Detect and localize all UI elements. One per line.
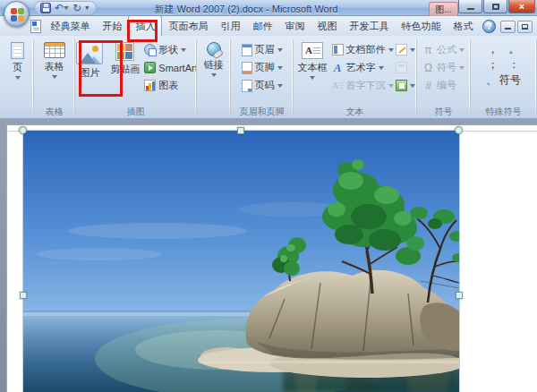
shapes-button[interactable]: 形状 — [144, 42, 197, 57]
special-symbol-period[interactable]: 。 — [509, 42, 520, 57]
maximize-icon — [492, 4, 499, 10]
tab-references[interactable]: 引用 — [214, 16, 246, 36]
selection-handle-top-left[interactable] — [19, 126, 27, 134]
tab-format-contextual[interactable]: 格式 — [447, 16, 479, 36]
smartart-button[interactable]: SmartArt — [144, 60, 197, 75]
wordart-icon: A — [332, 62, 344, 73]
ribbon-group-text: A 文本框 文档部件 A 艺术字 A 首字下沉 — [294, 38, 417, 118]
drop-cap-button[interactable]: A 首字下沉 — [332, 78, 394, 93]
ribbon-group-links: 链接 — [197, 38, 231, 118]
shapes-button-label: 形状 — [158, 43, 178, 56]
help-button[interactable]: ? — [482, 20, 495, 33]
undo-button[interactable]: ↶ — [55, 3, 69, 13]
date-time-button[interactable] — [396, 60, 415, 75]
redo-icon: ↻ — [72, 3, 81, 13]
picture-tools-contextual-group: 图... — [429, 2, 458, 16]
minimize-button[interactable] — [458, 0, 482, 13]
selection-handle-top-middle[interactable] — [237, 127, 244, 134]
save-icon[interactable] — [40, 3, 51, 13]
more-symbols-button[interactable]: 、 符号 — [486, 72, 521, 88]
tab-view[interactable]: 视图 — [311, 16, 343, 36]
clipart-button[interactable]: 剪贴画 — [107, 40, 142, 105]
special-symbol-comma[interactable]: ， — [488, 42, 499, 57]
tab-review[interactable]: 审阅 — [278, 16, 311, 36]
office-logo — [11, 8, 17, 14]
qat-more-icon: ▾ — [85, 3, 89, 13]
document-restore-button[interactable] — [517, 21, 533, 33]
quick-parts-button[interactable]: 文档部件 — [332, 42, 394, 57]
customize-qat-button[interactable]: ▾ — [85, 3, 89, 13]
signature-line-button[interactable] — [396, 42, 415, 57]
textbox-button-label: 文本框 — [298, 61, 328, 74]
ribbon-group-special-symbols: ， 。 ； ： 、 符号 特殊符号 — [471, 38, 537, 118]
group-caption: 表格 — [34, 105, 74, 118]
link-globe-icon — [207, 42, 221, 56]
selection-handle-middle-right[interactable] — [456, 292, 463, 299]
dropdown-arrow-icon — [388, 84, 394, 88]
tab-mailings[interactable]: 邮件 — [246, 16, 278, 36]
table-icon — [44, 42, 65, 58]
symbol-button-label: 符号 — [437, 61, 456, 74]
dropdown-arrow-icon — [64, 6, 69, 10]
page-number-button[interactable]: 页码 — [242, 78, 283, 93]
picture-button-label: 图片 — [80, 66, 99, 80]
quick-parts-icon — [332, 44, 344, 55]
word-addin-icon — [30, 20, 41, 33]
links-button[interactable]: 链接 — [201, 40, 226, 105]
inserted-photo[interactable] — [23, 131, 459, 392]
picture-button[interactable]: 图片 — [75, 40, 106, 105]
table-button[interactable]: 表格 — [41, 40, 68, 105]
tab-page-layout[interactable]: 页面布局 — [162, 16, 214, 36]
equation-button-label: 公式 — [437, 43, 456, 56]
close-icon: × — [519, 2, 524, 12]
number-button-label: 编号 — [437, 79, 456, 92]
tab-classic-menu[interactable]: 经典菜单 — [44, 16, 96, 36]
page-button[interactable]: 页 — [8, 40, 27, 105]
maximize-button[interactable] — [483, 0, 507, 13]
group-caption — [2, 105, 33, 118]
textbox-button[interactable]: A 文本框 — [295, 40, 330, 105]
tab-developer[interactable]: 开发工具 — [343, 16, 395, 36]
tab-special-features[interactable]: 特色功能 — [395, 16, 447, 36]
special-symbol-semicolon[interactable]: ； — [488, 57, 499, 72]
wordart-button-label: 艺术字 — [346, 61, 376, 74]
close-button[interactable]: × — [508, 0, 535, 13]
symbol-button[interactable]: Ω 符号 — [422, 60, 465, 75]
header-button-label: 页眉 — [255, 43, 275, 56]
group-caption: 插图 — [75, 105, 196, 118]
special-symbol-colon[interactable]: ： — [509, 57, 520, 72]
document-minimize-button[interactable] — [500, 21, 516, 33]
document-area — [0, 119, 537, 392]
footer-button[interactable]: 页脚 — [242, 60, 283, 75]
tab-home[interactable]: 开始 — [96, 16, 128, 36]
selection-handle-top-right[interactable] — [455, 126, 463, 134]
selection-handle-middle-left[interactable] — [20, 292, 27, 299]
header-icon — [242, 44, 252, 56]
dropdown-arrow-icon — [388, 48, 394, 52]
group-caption: 符号 — [417, 105, 470, 118]
group-caption: 页眉和页脚 — [231, 105, 293, 118]
clipart-icon-quad — [117, 44, 124, 51]
equation-button[interactable]: π 公式 — [422, 42, 465, 57]
ribbon-group-tables: 表格 表格 — [34, 38, 75, 118]
wordart-button[interactable]: A 艺术字 — [332, 60, 394, 75]
redo-button[interactable]: ↻ — [72, 3, 81, 13]
object-button[interactable] — [396, 78, 415, 93]
window-controls: × — [458, 0, 535, 13]
office-button[interactable] — [4, 1, 30, 27]
smartart-button-label: SmartArt — [158, 63, 197, 73]
number-button[interactable]: # 编号 — [422, 78, 465, 93]
picture-icon — [76, 42, 103, 64]
office-logo — [11, 15, 17, 21]
dropdown-arrow-icon — [310, 76, 315, 80]
header-button[interactable]: 页眉 — [242, 42, 283, 57]
dropdown-arrow-icon — [410, 84, 415, 88]
tab-insert[interactable]: 插入 — [128, 15, 162, 36]
page-number-icon — [242, 80, 252, 92]
clipart-icon-quad — [117, 52, 124, 59]
group-caption: 文本 — [294, 105, 416, 118]
chart-button-label: 图表 — [158, 79, 178, 92]
quick-parts-button-label: 文档部件 — [346, 43, 386, 56]
dot-symbol-icon: 、 — [486, 72, 497, 88]
chart-button[interactable]: 图表 — [144, 78, 197, 93]
